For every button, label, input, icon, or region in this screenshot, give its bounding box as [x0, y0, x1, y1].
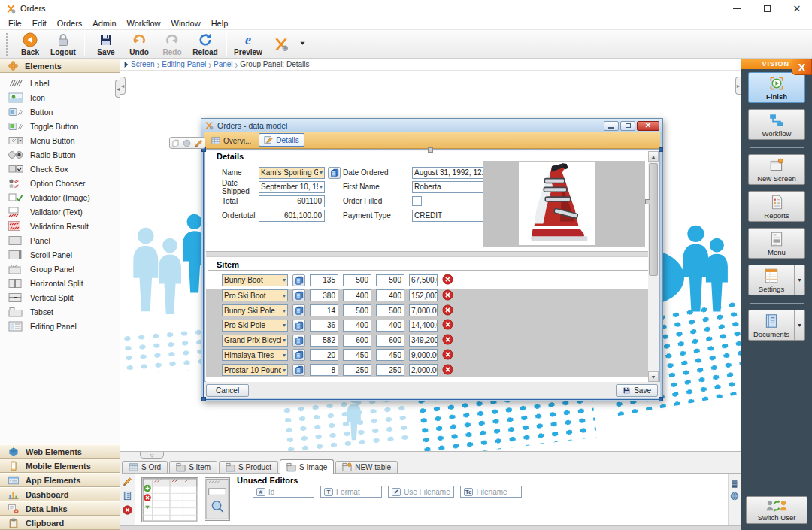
- sitem-value-input[interactable]: 14,400.00: [409, 320, 438, 332]
- element-item-radio-button[interactable]: Radio Button: [0, 147, 120, 162]
- editor-chip-id[interactable]: #Id: [253, 486, 314, 498]
- preview-toolbar-button[interactable]: ePreview: [232, 32, 265, 57]
- reload-toolbar-button[interactable]: Reload: [189, 32, 222, 57]
- sitem-value-input[interactable]: 380: [310, 289, 338, 301]
- sitem-product-select[interactable]: Bunny Ski Pole▾: [222, 304, 288, 316]
- striped-book-icon[interactable]: [730, 480, 739, 489]
- pencil-icon[interactable]: [123, 477, 132, 486]
- menu-window[interactable]: Window: [166, 17, 206, 29]
- sitem-value-input[interactable]: 36: [310, 320, 338, 332]
- sitem-value-input[interactable]: 400: [376, 320, 404, 332]
- sitem-value-input[interactable]: 600: [343, 335, 371, 347]
- menu-workflow[interactable]: Workflow: [122, 17, 166, 29]
- total-input[interactable]: 601100: [259, 195, 325, 207]
- breadcrumb-editing-panel[interactable]: Editing Panel: [162, 60, 206, 68]
- design-canvas[interactable]: ◄ ►: [120, 71, 741, 451]
- delete-row-button[interactable]: [442, 364, 453, 377]
- sitem-value-input[interactable]: 250: [376, 364, 404, 376]
- sitem-value-input[interactable]: 500: [376, 274, 404, 286]
- delete-row-button[interactable]: [442, 274, 453, 286]
- undo-toolbar-button[interactable]: Undo: [123, 32, 156, 57]
- logout-toolbar-button[interactable]: Logout: [47, 32, 80, 57]
- sitem-value-input[interactable]: 8: [310, 364, 338, 376]
- resize-handle-top-center[interactable]: [428, 147, 433, 153]
- canvas-left-collapse-handle[interactable]: ◄: [120, 77, 126, 95]
- sitem-value-input[interactable]: 2,000.00: [409, 364, 438, 376]
- sitem-lookup-button[interactable]: [292, 320, 305, 332]
- sitem-value-input[interactable]: 135: [310, 274, 338, 286]
- name-select[interactable]: Kam's Sporting Good▾: [259, 167, 325, 179]
- save-button[interactable]: Save: [616, 384, 658, 397]
- maximize-button[interactable]: [752, 0, 782, 17]
- order-filled-checkbox[interactable]: [412, 196, 422, 206]
- sitem-value-input[interactable]: 67,500.00: [409, 274, 438, 286]
- dialog-scrollbar[interactable]: ▲ ▼: [648, 151, 659, 382]
- element-item-validator-image[interactable]: Validator (Image): [0, 190, 120, 204]
- menu-help[interactable]: Help: [206, 17, 234, 29]
- sitem-value-input[interactable]: 349,200.00: [409, 335, 438, 347]
- canvas-right-collapse-handle[interactable]: ►: [735, 77, 741, 95]
- elements-panel-header[interactable]: Elements: [0, 59, 120, 73]
- sitem-value-input[interactable]: 600: [376, 335, 404, 347]
- date-shipped-select[interactable]: September 10, 1992, 12:00▾: [259, 181, 325, 193]
- sidebar-section-clipboard[interactable]: Clipboard: [0, 516, 120, 530]
- sitem-value-input[interactable]: 7,000.00: [409, 304, 438, 316]
- bottom-tab-s-product[interactable]: S Product: [219, 461, 278, 473]
- pencil-icon[interactable]: [195, 139, 203, 147]
- bottom-tab-s-item[interactable]: S Item: [169, 461, 217, 473]
- sitem-value-input[interactable]: 250: [343, 364, 371, 376]
- vision-button-finish[interactable]: Finish: [748, 72, 805, 103]
- bottom-panel-collapse-handle[interactable]: ▽: [140, 452, 164, 459]
- delete-row-button[interactable]: [442, 349, 453, 362]
- element-item-group-panel[interactable]: Group Panel: [0, 262, 120, 276]
- sitem-value-input[interactable]: 9,000.00: [409, 349, 438, 361]
- selection-handle-bottom-right[interactable]: [659, 397, 663, 401]
- sphere-icon[interactable]: [183, 139, 191, 147]
- sidebar-section-mobile-elements[interactable]: Mobile Elements: [0, 459, 120, 473]
- menu-orders[interactable]: Orders: [52, 17, 88, 29]
- editor-chip-format[interactable]: TFormat: [320, 486, 382, 498]
- sitem-value-input[interactable]: 500: [343, 274, 371, 286]
- breadcrumb-panel[interactable]: Panel: [214, 60, 233, 68]
- bottom-tab-s-ord[interactable]: S Ord: [122, 461, 168, 473]
- sidebar-section-app-elements[interactable]: App Elements: [0, 473, 120, 487]
- dialog-minimize-button[interactable]: [604, 121, 619, 131]
- sitem-value-input[interactable]: 500: [343, 304, 371, 316]
- scroll-down-button[interactable]: ▼: [648, 371, 659, 382]
- element-item-vertical-split[interactable]: Vertical Split: [0, 290, 120, 304]
- vision-button-dropdown[interactable]: ▼: [794, 265, 804, 295]
- vision-button-workflow[interactable]: Workflow: [748, 109, 805, 140]
- sitem-value-input[interactable]: 152,000.00: [409, 289, 438, 301]
- sitem-product-select[interactable]: Pro Ski Boot▾: [222, 289, 288, 301]
- sitem-product-select[interactable]: Pro Ski Pole▾: [222, 320, 288, 332]
- sitem-lookup-button[interactable]: [292, 304, 305, 316]
- editor-chip-use-filename[interactable]: ✔Use Filename: [388, 486, 454, 498]
- vision-button-settings[interactable]: Settings▼: [748, 265, 805, 295]
- scroll-up-button[interactable]: ▲: [648, 151, 659, 162]
- element-item-validation-result[interactable]: Validation Result: [0, 219, 120, 233]
- ordertotal-input[interactable]: 601,100.00: [259, 210, 325, 222]
- bottom-tab-new-table[interactable]: NEW table: [335, 461, 398, 473]
- element-item-scroll-panel[interactable]: Scroll Panel: [0, 247, 120, 262]
- details-group-panel[interactable]: Details NameKam's Sporting Good▾Date Ord…: [206, 151, 651, 251]
- editor-chip-filename[interactable]: TeFilename: [460, 486, 522, 498]
- sitem-product-select[interactable]: Himalaya Tires▾: [222, 349, 288, 361]
- vision-button-menu[interactable]: Menu: [748, 228, 805, 259]
- redo-toolbar-button[interactable]: Redo: [156, 32, 189, 57]
- sitem-value-input[interactable]: 14: [310, 304, 338, 316]
- app-toolbar-button[interactable]: [265, 32, 298, 57]
- sitem-value-input[interactable]: 400: [376, 289, 404, 301]
- element-item-horizontal-split[interactable]: Horizontal Split: [0, 276, 120, 290]
- sidebar-section-data-links[interactable]: Data Links: [0, 501, 120, 516]
- sitem-product-select[interactable]: Prostar 10 Pound We▾: [222, 364, 288, 376]
- sitem-value-input[interactable]: 400: [343, 320, 371, 332]
- bottom-tab-s-image[interactable]: S Image: [280, 459, 334, 474]
- sitem-value-input[interactable]: 450: [343, 349, 371, 361]
- sitem-group-panel[interactable]: Sitem Bunny Boot▾13550050067,500.00Pro S…: [206, 257, 651, 382]
- cancel-button[interactable]: Cancel: [206, 384, 249, 397]
- selection-handle-top-right[interactable]: [659, 147, 663, 152]
- element-item-tabset[interactable]: Tabset: [0, 304, 120, 319]
- table-editor-thumbnail[interactable]: [141, 477, 198, 522]
- vision-button-documents[interactable]: Documents▼: [748, 310, 805, 341]
- element-item-validator-text[interactable]: Validator (Text): [0, 204, 120, 219]
